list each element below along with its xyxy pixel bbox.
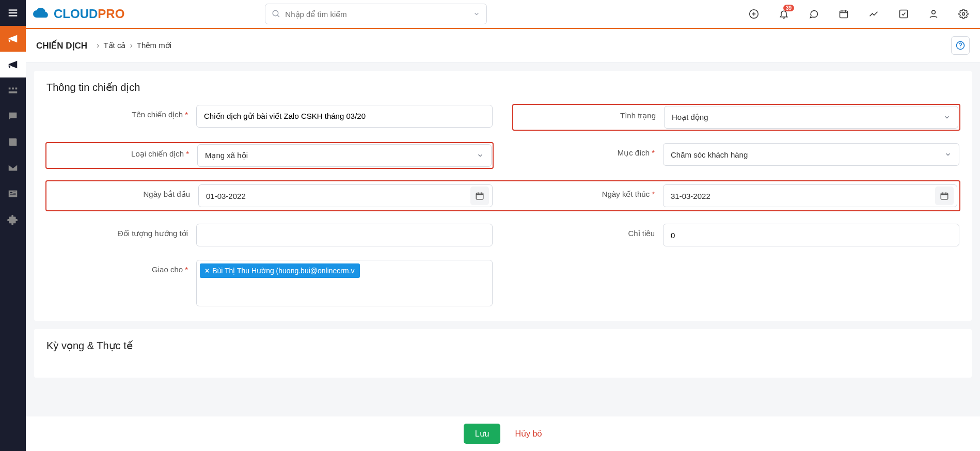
label-purpose: Mục đích*: [513, 143, 663, 158]
chevron-down-icon[interactable]: [473, 10, 480, 18]
logo[interactable]: CLOUDPRO: [32, 7, 124, 21]
row-target: Chỉ tiêu: [513, 224, 959, 246]
label-assign-to: Giao cho*: [46, 260, 196, 274]
save-button[interactable]: Lưu: [464, 424, 501, 444]
svg-rect-30: [476, 193, 483, 199]
settings-button[interactable]: [953, 4, 974, 24]
search-icon: [272, 9, 281, 19]
sidebar-item-campaign[interactable]: [0, 52, 26, 77]
row-target-audience: Đối tượng hướng tới: [46, 224, 493, 246]
svg-rect-34: [941, 193, 948, 199]
chevron-down-icon: [943, 114, 951, 121]
notification-badge: 39: [783, 5, 794, 11]
help-button[interactable]: [951, 36, 970, 55]
date-value: 01-03-2022: [206, 192, 246, 200]
row-purpose: Mục đích* Chăm sóc khách hàng: [513, 143, 959, 168]
svg-line-13: [278, 15, 280, 17]
logo-text-1: CLOUD: [54, 7, 98, 21]
select-value: Chăm sóc khách hàng: [671, 150, 748, 159]
footer-actions: Lưu Hủy bỏ: [26, 416, 980, 451]
cancel-button[interactable]: Hủy bỏ: [515, 429, 542, 439]
breadcrumb-level2: Thêm mới: [137, 41, 171, 50]
row-campaign-type: Loại chiến dịch* Mạng xã hội: [46, 143, 493, 168]
main: CLOUDPRO 39: [26, 0, 980, 451]
assignee-tag[interactable]: × Bùi Thị Thu Hường (huong.bui@onlinecrm…: [200, 263, 360, 278]
row-assign-to: Giao cho* × Bùi Thị Thu Hường (huong.bui…: [46, 260, 493, 306]
input-target[interactable]: [663, 224, 959, 246]
remove-tag-icon[interactable]: ×: [205, 267, 209, 275]
svg-rect-3: [9, 88, 11, 90]
date-value: 31-03-2022: [671, 192, 710, 200]
section-title-2: Kỳ vọng & Thực tế: [46, 339, 959, 352]
svg-rect-6: [9, 91, 18, 94]
logo-text-2: PRO: [98, 7, 124, 21]
select-value: Hoạt động: [672, 113, 708, 122]
sidebar-item-chat[interactable]: [0, 103, 26, 129]
row-campaign-name: Tên chiến dịch*: [46, 105, 493, 130]
select-status[interactable]: Hoạt động: [664, 106, 958, 129]
svg-point-12: [273, 10, 279, 16]
expectations-card: Kỳ vọng & Thực tế: [34, 329, 972, 378]
campaign-info-card: Thông tin chiến dịch Tên chiến dịch* Tìn…: [34, 71, 972, 321]
tasks-button[interactable]: [893, 4, 914, 24]
sidebar-item-mail[interactable]: [0, 155, 26, 181]
help-icon: [956, 41, 965, 50]
svg-rect-7: [9, 191, 18, 197]
calendar-icon: [940, 191, 949, 200]
sidebar-item-extensions[interactable]: [0, 207, 26, 232]
svg-point-27: [962, 13, 965, 15]
breadcrumb-sep: ›: [97, 41, 99, 50]
breadcrumb-sep: ›: [130, 41, 132, 50]
sidebar-item-news[interactable]: [0, 181, 26, 207]
svg-rect-8: [10, 192, 13, 193]
search-box[interactable]: [265, 4, 487, 24]
label-campaign-name: Tên chiến dịch*: [46, 105, 196, 119]
sidebar-item-contacts[interactable]: [0, 77, 26, 103]
svg-rect-25: [900, 10, 908, 18]
sidebar: [0, 0, 26, 451]
svg-rect-5: [15, 88, 18, 90]
input-end-date[interactable]: 31-03-2022: [663, 184, 957, 207]
breadcrumb-level1[interactable]: Tất cả: [103, 41, 125, 50]
select-purpose[interactable]: Chăm sóc khách hàng: [663, 143, 959, 166]
svg-rect-4: [12, 88, 14, 90]
input-target-audience[interactable]: [196, 224, 493, 246]
calendar-button[interactable]: [833, 4, 854, 24]
chevron-down-icon: [944, 151, 952, 158]
breadcrumb-module[interactable]: CHIẾN DỊCH: [36, 40, 87, 51]
comments-button[interactable]: [803, 4, 824, 24]
input-start-date[interactable]: 01-03-2022: [198, 184, 493, 207]
input-campaign-name[interactable]: [196, 105, 493, 128]
label-campaign-type: Loại chiến dịch*: [48, 144, 197, 167]
topbar-right: 39: [744, 4, 974, 24]
analytics-button[interactable]: [863, 4, 884, 24]
row-start-date: Ngày bắt đầu 01-03-2022: [49, 184, 493, 207]
tag-label: Bùi Thị Thu Hường (huong.bui@onlinecrm.v: [212, 267, 354, 275]
select-value: Mạng xã hội: [205, 151, 248, 160]
label-target: Chỉ tiêu: [513, 224, 663, 238]
chevron-down-icon: [477, 152, 484, 159]
search-input[interactable]: [285, 10, 469, 19]
cloud-icon: [32, 7, 51, 21]
add-button[interactable]: [744, 4, 764, 24]
calendar-icon: [475, 191, 484, 200]
breadcrumb-row: CHIẾN DỊCH › Tất cả › Thêm mới: [26, 29, 980, 63]
label-status: Tình trạng: [514, 106, 664, 129]
svg-point-26: [932, 10, 936, 14]
section-title: Thông tin chiến dịch: [46, 81, 959, 94]
profile-button[interactable]: [923, 4, 944, 24]
hamburger-menu[interactable]: [0, 0, 26, 26]
label-start-date: Ngày bắt đầu: [49, 184, 198, 199]
row-status: Tình trạng Hoạt động: [513, 105, 959, 130]
select-campaign-type[interactable]: Mạng xã hội: [197, 144, 492, 167]
sidebar-item-book[interactable]: [0, 129, 26, 155]
tagbox-assign-to[interactable]: × Bùi Thị Thu Hường (huong.bui@onlinecrm…: [196, 260, 493, 306]
notifications-button[interactable]: 39: [773, 4, 794, 24]
topbar: CLOUDPRO 39: [26, 0, 980, 29]
svg-rect-17: [840, 11, 848, 18]
label-end-date: Ngày kết thúc*: [513, 184, 663, 199]
row-end-date: Ngày kết thúc* 31-03-2022: [513, 184, 957, 207]
sidebar-item-marketing[interactable]: [0, 26, 26, 52]
label-target-audience: Đối tượng hướng tới: [46, 224, 196, 238]
content: Thông tin chiến dịch Tên chiến dịch* Tìn…: [26, 63, 980, 416]
